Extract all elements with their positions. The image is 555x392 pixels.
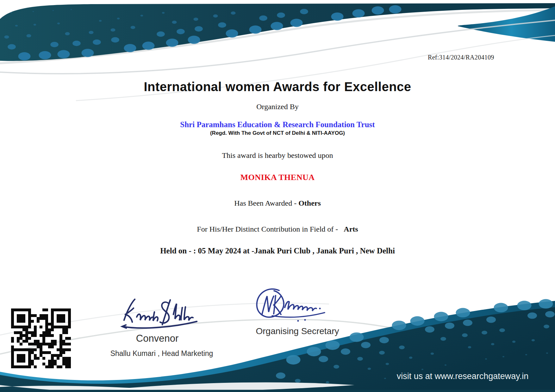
organized-by-label: Organized By <box>0 103 555 111</box>
awarded-line: Has Been Awarded - Others <box>0 199 555 208</box>
event-line: Held on - : 05 May 2024 at -Janak Puri C… <box>0 246 555 255</box>
field-line: For His/Her Distinct Contribution in Fie… <box>0 225 555 233</box>
convenor-signature <box>118 295 213 331</box>
secretary-signature <box>250 285 339 323</box>
website-text: visit us at www.researchgateway.in <box>397 371 529 381</box>
secretary-role-label: Organising Secretary <box>256 326 339 336</box>
organization-name: Shri Paramhans Education & Research Foun… <box>0 120 555 129</box>
certificate-title: International women Awards for Excellenc… <box>0 80 555 94</box>
bestowed-line: This award is hearby bestowed upon <box>0 151 555 160</box>
registration-line: (Regd. With The Govt of NCT of Delhi & N… <box>0 130 555 136</box>
awarded-category: Others <box>298 199 321 207</box>
certificate: Ref:314/2024/RA204109 International wome… <box>0 0 555 392</box>
convenor-detail: Shallu Kumari , Head Marketing <box>110 349 213 358</box>
field-prefix: For His/Her Distinct Contribution in Fie… <box>197 225 338 233</box>
bottom-edge-strip <box>0 390 555 392</box>
top-wave-decoration <box>0 0 555 133</box>
reference-number: Ref:314/2024/RA204109 <box>428 54 494 61</box>
field-value: Arts <box>344 225 358 233</box>
convenor-role-label: Convenor <box>136 333 178 344</box>
qr-code <box>11 308 71 368</box>
recipient-name: MONIKA THENUA <box>0 173 555 182</box>
awarded-prefix: Has Been Awarded - <box>234 199 298 207</box>
